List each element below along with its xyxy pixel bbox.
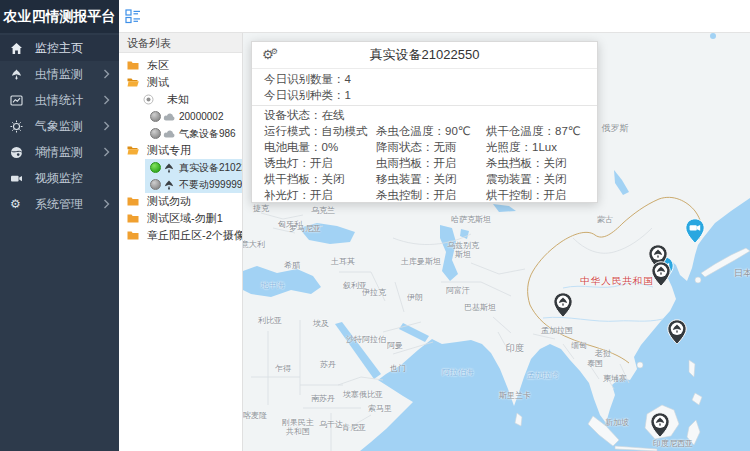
sidebar-item-label: 系统管理 xyxy=(35,196,103,213)
sidebar-item-system-settings[interactable]: ⚙ 系统管理 xyxy=(0,191,119,217)
detail-cell: 电池电量：0% xyxy=(264,139,376,155)
app-window: 农业四情测报平台 监控主页 虫情监测 虫情统计 xyxy=(0,0,750,451)
popup-header: ⚙⚙ 真实设备21022550 xyxy=(252,42,597,69)
weather-station-icon xyxy=(163,110,177,123)
map-marker-insect-device[interactable] xyxy=(667,319,687,345)
detail-cell: 虫雨挡板：开启 xyxy=(376,155,486,171)
sidebar: 农业四情测报平台 监控主页 虫情监测 虫情统计 xyxy=(0,0,119,451)
sidebar-item-monitor-home[interactable]: 监控主页 xyxy=(0,35,119,61)
detail-cell: 杀虫挡板：关闭 xyxy=(486,155,585,171)
status-offline-icon xyxy=(150,111,161,122)
topbar xyxy=(119,0,750,33)
sidebar-menu: 监控主页 虫情监测 虫情统计 气象监测 xyxy=(0,33,119,217)
detail-cell: 烘干控制：开启 xyxy=(486,187,585,203)
detail-cell: 诱虫灯：开启 xyxy=(264,155,376,171)
insect-trap-icon xyxy=(163,161,177,174)
device-panel-header: 设备列表 xyxy=(119,33,242,53)
map-canvas[interactable]: 俄罗斯 蒙古 哈萨克斯坦 乌克兰 捷克 匈牙利 罗马尼亚 意大利 希腊 土耳其 … xyxy=(243,33,750,451)
map-marker-camera-device[interactable] xyxy=(685,218,705,244)
sidebar-item-weather-monitor[interactable]: 气象监测 xyxy=(0,113,119,139)
weather-station-icon xyxy=(163,127,177,140)
video-camera-icon xyxy=(10,171,26,185)
detail-cell: 补光灯：开启 xyxy=(264,187,376,203)
tree-device-insect-selected[interactable]: 不要动99999999 xyxy=(119,176,242,193)
chevron-right-icon xyxy=(103,147,110,157)
gear-icon: ⚙ xyxy=(10,197,26,211)
popup-body: 今日识别数量：4 今日识别种类：1 设备状态：在线 运行模式：自动模式 杀虫仓温… xyxy=(252,69,597,203)
device-tree-toggle-icon[interactable] xyxy=(125,9,141,24)
folder-open-icon xyxy=(127,77,139,88)
status-offline-icon xyxy=(150,179,161,190)
map-marker-insect-device[interactable] xyxy=(651,261,671,287)
folder-closed-icon xyxy=(127,213,139,224)
settings-gears-icon[interactable]: ⚙⚙ xyxy=(262,45,281,67)
chevron-right-icon xyxy=(103,69,110,79)
device-detail-grid: 运行模式：自动模式 杀虫仓温度：90℃ 烘干仓温度：87℃ 电池电量：0% 降雨… xyxy=(264,123,585,203)
tree-folder[interactable]: 测试勿动 xyxy=(119,193,242,210)
content: 设备列表 东区 测试 未知 xyxy=(119,33,750,451)
divider xyxy=(252,105,597,106)
tree-device-weather[interactable]: 气象设备986 xyxy=(119,125,242,142)
detail-cell: 降雨状态：无雨 xyxy=(376,139,486,155)
insect-trap-icon xyxy=(163,178,177,191)
device-status: 设备状态：在线 xyxy=(264,107,585,123)
popup-title: 真实设备21022550 xyxy=(262,46,587,64)
folder-closed-icon xyxy=(127,196,139,207)
sun-icon xyxy=(10,119,26,133)
main-area: 设备列表 东区 测试 未知 xyxy=(119,0,750,451)
detail-cell: 烘干挡板：关闭 xyxy=(264,171,376,187)
unknown-device-icon xyxy=(143,94,154,105)
sidebar-item-label: 视频监控 xyxy=(35,170,110,187)
chevron-right-icon xyxy=(103,121,110,131)
folder-closed-icon xyxy=(127,230,139,241)
chart-icon xyxy=(10,93,26,107)
chevron-right-icon xyxy=(103,199,110,209)
device-tree: 东区 测试 未知 20000002 xyxy=(119,53,242,244)
tree-folder[interactable]: 章丘阳丘区-2个摄像头 xyxy=(119,227,242,244)
sidebar-item-label: 监控主页 xyxy=(35,40,110,57)
stat-today-count: 今日识别数量：4 xyxy=(264,71,585,87)
detail-cell: 烘干仓温度：87℃ xyxy=(486,123,585,139)
status-online-icon xyxy=(150,162,161,173)
sidebar-item-label: 墒情监测 xyxy=(35,144,103,161)
tree-folder[interactable]: 测试区域-勿删1 xyxy=(119,210,242,227)
device-panel: 设备列表 东区 测试 未知 xyxy=(119,33,243,451)
home-icon xyxy=(10,41,26,55)
tree-device-unknown[interactable]: 未知 xyxy=(119,91,242,108)
status-offline-icon xyxy=(150,128,161,139)
app-title: 农业四情测报平台 xyxy=(0,0,119,33)
sidebar-item-label: 气象监测 xyxy=(35,118,103,135)
bug-icon xyxy=(10,67,26,81)
sidebar-item-label: 虫情统计 xyxy=(35,92,103,109)
detail-cell: 光照度：1Lux xyxy=(486,139,585,155)
tree-device-insect-selected[interactable]: 真实设备21022550 xyxy=(119,159,242,176)
tree-device-weather[interactable]: 20000002 xyxy=(119,108,242,125)
tree-folder[interactable]: 测试 xyxy=(119,74,242,91)
map-marker-insect-device[interactable] xyxy=(650,412,670,438)
detail-cell: 杀虫控制：开启 xyxy=(376,187,486,203)
folder-closed-icon xyxy=(127,60,139,71)
tree-folder[interactable]: 测试专用 xyxy=(119,142,242,159)
globe-icon xyxy=(10,145,26,159)
detail-cell: 移虫装置：关闭 xyxy=(376,171,486,187)
device-info-popup: ⚙⚙ 真实设备21022550 今日识别数量：4 今日识别种类：1 设备状态：在… xyxy=(251,41,598,203)
sidebar-item-insect-monitor[interactable]: 虫情监测 xyxy=(0,61,119,87)
sidebar-item-soil-monitor[interactable]: 墒情监测 xyxy=(0,139,119,165)
sidebar-item-video-monitor[interactable]: 视频监控 xyxy=(0,165,119,191)
detail-cell: 震动装置：关闭 xyxy=(486,171,585,187)
map-marker-insect-device[interactable] xyxy=(553,292,573,318)
chevron-right-icon xyxy=(103,95,110,105)
sidebar-item-insect-stats[interactable]: 虫情统计 xyxy=(0,87,119,113)
sidebar-item-label: 虫情监测 xyxy=(35,66,103,83)
detail-cell: 运行模式：自动模式 xyxy=(264,123,376,139)
stat-today-species: 今日识别种类：1 xyxy=(264,87,585,103)
detail-cell: 杀虫仓温度：90℃ xyxy=(376,123,486,139)
folder-open-icon xyxy=(127,145,139,156)
tree-folder[interactable]: 东区 xyxy=(119,57,242,74)
